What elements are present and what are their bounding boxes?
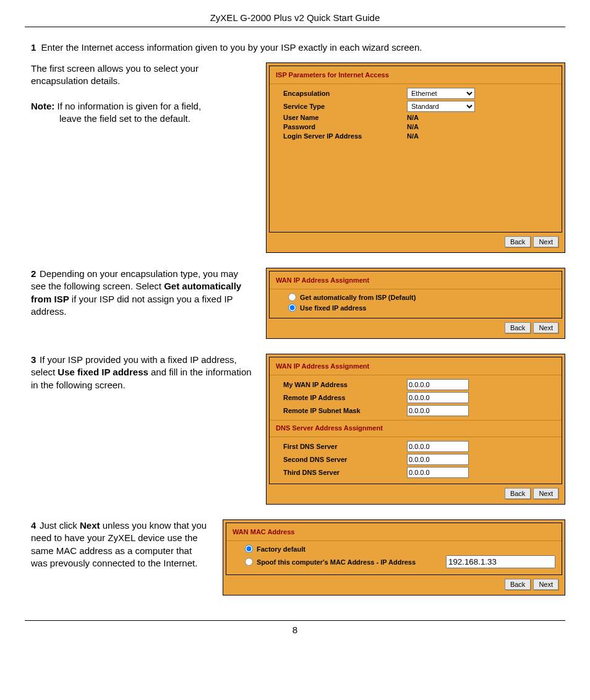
spoof-mac-label: Spoof this computer's MAC Address - IP A…: [257, 558, 442, 566]
dns3-input[interactable]: [407, 467, 469, 478]
step-4-text-a: Just click: [40, 520, 80, 531]
my-wan-ip-input[interactable]: [407, 379, 469, 390]
next-button[interactable]: Next: [533, 236, 558, 247]
encapsulation-select[interactable]: Ethernet: [407, 88, 475, 99]
wan-mac-title: WAN MAC Address: [233, 528, 555, 536]
next-button[interactable]: Next: [533, 322, 558, 333]
password-value: N/A: [407, 123, 419, 130]
encapsulation-label: Encapsulation: [283, 90, 407, 97]
wan-ip-assignment-panel: WAN IP Address Assignment Get automatica…: [266, 268, 565, 339]
note-text-b: leave the field set to the default.: [31, 113, 254, 125]
back-button[interactable]: Back: [505, 579, 531, 590]
password-label: Password: [283, 123, 407, 130]
use-fixed-label: Use fixed IP address: [300, 304, 366, 312]
spoof-mac-radio[interactable]: [245, 558, 253, 566]
back-button[interactable]: Back: [505, 488, 531, 499]
get-auto-radio[interactable]: [288, 293, 296, 301]
back-button[interactable]: Back: [505, 322, 531, 333]
dns1-label: First DNS Server: [283, 443, 407, 450]
factory-default-radio[interactable]: [245, 545, 253, 553]
step-1-intro-text: Enter the Internet access information gi…: [41, 42, 422, 53]
step-1-note: Note: If no information is given for a f…: [31, 100, 254, 126]
my-wan-ip-label: My WAN IP Address: [283, 381, 407, 388]
back-button[interactable]: Back: [505, 236, 531, 247]
dns1-input[interactable]: [407, 441, 469, 452]
get-auto-label: Get automatically from ISP (Default): [300, 294, 416, 301]
dns2-input[interactable]: [407, 454, 469, 465]
step-3-number: 3: [31, 354, 40, 366]
spoof-mac-ip-input[interactable]: [446, 555, 555, 568]
note-text-a: If no information is given for a field,: [58, 101, 202, 111]
service-type-label: Service Type: [283, 103, 407, 110]
user-name-label: User Name: [283, 114, 407, 121]
dns2-label: Second DNS Server: [283, 456, 407, 463]
remote-ip-input[interactable]: [407, 392, 469, 403]
step-4-number: 4: [31, 519, 40, 532]
next-button[interactable]: Next: [533, 488, 558, 499]
use-fixed-radio[interactable]: [288, 304, 296, 312]
remote-mask-input[interactable]: [407, 405, 469, 416]
factory-default-label: Factory default: [257, 545, 306, 553]
step-1-paragraph: The first screen allows you to select yo…: [31, 62, 254, 88]
dns-title: DNS Server Address Assignment: [276, 424, 555, 432]
login-server-value: N/A: [407, 132, 419, 140]
login-server-label: Login Server IP Address: [283, 132, 407, 140]
isp-parameters-panel: ISP Parameters for Internet Access Encap…: [266, 62, 565, 253]
next-button[interactable]: Next: [533, 579, 558, 590]
isp-panel-title: ISP Parameters for Internet Access: [276, 71, 555, 79]
wan-mac-panel: WAN MAC Address Factory default Spoof th…: [223, 519, 565, 595]
step-2-number: 2: [31, 268, 40, 280]
wan-ip-fixed-panel: WAN IP Address Assignment My WAN IP Addr…: [266, 354, 565, 505]
note-label: Note:: [31, 101, 54, 111]
dns3-label: Third DNS Server: [283, 469, 407, 476]
step-1-number: 1: [31, 42, 36, 53]
remote-ip-label: Remote IP Address: [283, 394, 407, 401]
remote-mask-label: Remote IP Subnet Mask: [283, 407, 407, 414]
wan-ip-fixed-title: WAN IP Address Assignment: [276, 362, 555, 370]
step-4-bold: Next: [80, 520, 100, 531]
step-1-intro: 1 Enter the Internet access information …: [25, 42, 565, 53]
user-name-value: N/A: [407, 114, 419, 121]
wan-ip-title: WAN IP Address Assignment: [276, 276, 555, 284]
page-footer: 8: [25, 620, 565, 635]
service-type-select[interactable]: Standard: [407, 101, 475, 112]
step-3-bold: Use fixed IP address: [58, 367, 148, 377]
page-header: ZyXEL G-2000 Plus v2 Quick Start Guide: [25, 12, 565, 27]
